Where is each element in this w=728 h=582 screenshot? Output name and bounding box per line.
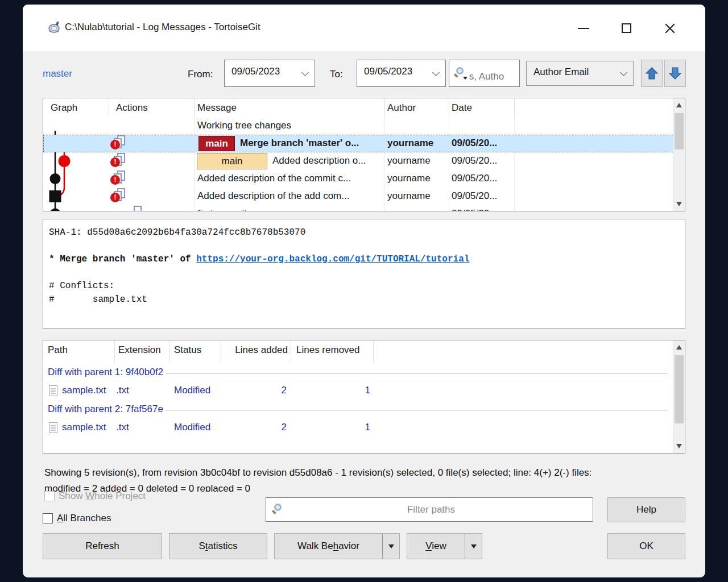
- log-author: yourname: [387, 190, 431, 202]
- file-icon: [49, 422, 57, 433]
- from-date-picker[interactable]: 09/05/2023: [224, 60, 315, 87]
- log-row-merge[interactable]: ! main Merge branch 'master' o... yourna…: [43, 135, 673, 152]
- to-date-value: 09/05/2023: [364, 66, 412, 77]
- navigate-up-button[interactable]: [641, 60, 663, 87]
- maximize-icon: [622, 23, 631, 33]
- conflicts-line: # Conflicts:: [49, 281, 114, 291]
- log-date: 09/05/20...: [452, 173, 497, 184]
- blue-arrow-up-icon: [645, 66, 659, 80]
- log-message: Merge branch 'master' o...: [240, 138, 383, 149]
- walk-behavior-dropdown[interactable]: [382, 534, 399, 559]
- file-status: Modified: [174, 422, 210, 433]
- scroll-up-icon[interactable]: [676, 345, 682, 350]
- column-header-date[interactable]: Date: [452, 102, 472, 114]
- column-header-lines-added[interactable]: Lines added: [221, 344, 288, 356]
- branch-badge-main[interactable]: main: [198, 136, 235, 151]
- log-message: first commit: [197, 208, 247, 211]
- close-button[interactable]: [657, 17, 682, 40]
- column-header-actions[interactable]: Actions: [116, 102, 148, 114]
- dropdown-arrow-icon: [471, 544, 477, 548]
- minimize-button[interactable]: [571, 17, 596, 40]
- commit-message-pane[interactable]: SHA-1: d55d08a6c2092b6b4fa30a724fcc8b767…: [43, 219, 685, 329]
- lines-removed: 1: [288, 385, 370, 396]
- search-icon[interactable]: [454, 67, 466, 80]
- scrollbar-thumb[interactable]: [675, 355, 684, 423]
- from-label: From:: [188, 69, 213, 80]
- branch-link[interactable]: master: [43, 68, 72, 80]
- all-branches-checkbox[interactable]: All Branches: [43, 513, 111, 524]
- file-ext: .txt: [116, 385, 129, 396]
- scrollbar-thumb[interactable]: [675, 113, 684, 149]
- log-message: Added description of the add com...: [197, 190, 383, 202]
- column-header-message[interactable]: Message: [197, 102, 237, 114]
- modified-file-icon: !: [111, 188, 129, 204]
- log-date: 09/05/20...: [452, 155, 497, 167]
- column-header-author[interactable]: Author: [387, 102, 416, 114]
- maximize-button[interactable]: [614, 17, 639, 40]
- navigate-down-button[interactable]: [664, 60, 686, 87]
- file-path: sample.txt: [62, 422, 106, 433]
- repo-url-link[interactable]: https://your-org.backlog.com/git/TUTORIA…: [196, 254, 469, 264]
- branch-badge-main-remote[interactable]: main: [197, 153, 267, 169]
- scroll-down-icon[interactable]: [676, 202, 682, 206]
- file-scrollbar[interactable]: [673, 340, 685, 453]
- ok-button[interactable]: OK: [607, 533, 685, 559]
- merge-message: * Merge branch 'master' of: [49, 254, 196, 264]
- scroll-up-icon[interactable]: [676, 103, 682, 107]
- search-icon: [272, 504, 284, 516]
- statistics-button[interactable]: Statistics: [169, 533, 267, 559]
- file-status: Modified: [174, 385, 210, 396]
- search-field-select[interactable]: Author Email: [526, 61, 634, 86]
- log-message: Added description of the commit c...: [197, 173, 383, 184]
- file-path: sample.txt: [62, 385, 106, 396]
- to-label: To:: [330, 69, 343, 80]
- scroll-down-icon[interactable]: [676, 444, 682, 448]
- chevron-down-icon[interactable]: [432, 69, 440, 76]
- from-date-value: 09/05/2023: [231, 66, 280, 77]
- log-search-input[interactable]: s, Autho: [449, 60, 520, 87]
- search-field-value: Author Email: [533, 66, 589, 77]
- chevron-down-icon: [620, 69, 627, 76]
- dropdown-arrow-icon: [388, 544, 394, 548]
- titlebar: C:\Nulab\tutorial - Log Messages - Torto…: [23, 5, 705, 51]
- log-row[interactable]: ! Added description of the commit c... y…: [43, 170, 673, 188]
- log-scrollbar[interactable]: [673, 98, 685, 211]
- log-row[interactable]: first commit 09/05/20...: [43, 205, 673, 211]
- filter-paths-input[interactable]: [289, 498, 573, 521]
- column-header-lines-removed[interactable]: Lines removed: [296, 344, 360, 356]
- revision-list: Graph Actions Message Author Date Workin…: [43, 98, 685, 211]
- file-ext: .txt: [116, 422, 129, 433]
- sha-line: SHA-1: d55d08a6c2092b6b4fa30a724fcc8b767…: [49, 227, 305, 238]
- modified-file-icon: !: [111, 153, 129, 169]
- window-title: C:\Nulab\tutorial - Log Messages - Torto…: [65, 22, 260, 33]
- log-message: Added description o...: [272, 155, 383, 167]
- log-date: 09/05/20...: [452, 138, 497, 149]
- log-row[interactable]: ! main Added description o... yourname 0…: [43, 152, 673, 170]
- log-author: yourname: [387, 155, 431, 167]
- log-row-working-tree[interactable]: Working tree changes: [43, 117, 673, 135]
- log-author: yourname: [387, 138, 433, 149]
- column-header-graph[interactable]: Graph: [51, 102, 77, 114]
- view-button[interactable]: View: [407, 533, 482, 559]
- column-header-extension[interactable]: Extension: [118, 344, 161, 356]
- lines-added: 2: [220, 385, 287, 396]
- column-header-path[interactable]: Path: [48, 344, 68, 356]
- added-file-icon: [131, 206, 148, 211]
- walk-behavior-button[interactable]: Walk Behavior: [274, 533, 400, 559]
- search-text: s, Autho: [469, 71, 504, 82]
- log-row[interactable]: ! Added description of the add com... yo…: [43, 188, 673, 205]
- diff-group-header: Diff with parent 1: 9f40b0f2: [48, 367, 668, 378]
- refresh-button[interactable]: Refresh: [43, 533, 162, 559]
- view-dropdown[interactable]: [465, 534, 482, 559]
- filter-paths-box: [266, 497, 593, 522]
- column-header-status[interactable]: Status: [174, 344, 201, 356]
- help-button[interactable]: Help: [607, 497, 685, 522]
- status-text: Showing 5 revision(s), from revision 3b0…: [44, 465, 685, 492]
- to-date-picker[interactable]: 09/05/2023: [357, 60, 446, 87]
- minimize-icon: [578, 28, 589, 29]
- file-list: Path Extension Status Lines added Lines …: [43, 340, 685, 454]
- chevron-down-icon[interactable]: [301, 69, 309, 76]
- log-messages-dialog: C:\Nulab\tutorial - Log Messages - Torto…: [23, 5, 705, 577]
- lines-removed: 1: [288, 422, 370, 433]
- modified-file-icon: !: [111, 171, 129, 186]
